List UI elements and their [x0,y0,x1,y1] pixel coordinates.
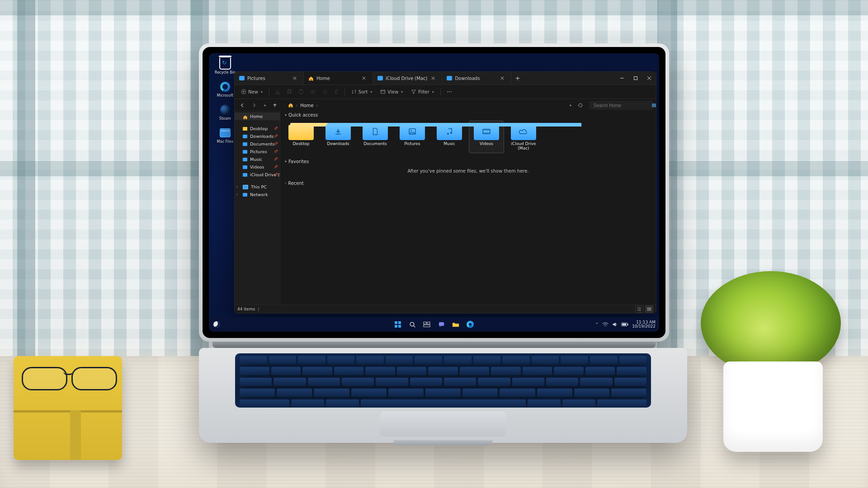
share-button[interactable] [319,87,330,96]
card-desktop[interactable]: Desktop [284,121,318,153]
sidebar-item-home[interactable]: Home [235,113,280,120]
folder-icon [437,123,462,140]
sort-button[interactable]: Sort▾ [348,87,376,96]
breadcrumb[interactable]: › Home › [284,101,562,110]
tab-label: Home [316,76,358,81]
card-downloads[interactable]: Downloads [321,121,355,153]
refresh-button[interactable] [576,100,585,110]
chevron-down-icon: ▾ [285,113,287,117]
section-header-quick-access[interactable]: ▾Quick access [280,111,656,118]
folder-icon [219,127,231,139]
tab-icloud-drive[interactable]: iCloud Drive (Mac) [373,72,442,84]
details-view-button[interactable] [635,305,643,313]
chat-button[interactable] [436,319,446,329]
card-label: Documents [363,142,387,146]
sidebar-item-icloud-drive[interactable]: iCloud Drive (Mac)📌 [235,171,280,178]
svg-point-10 [447,91,448,92]
view-icon [380,89,386,94]
grid-icon [647,307,651,311]
sidebar-item-label: This PC [251,184,267,189]
section-header-recent[interactable]: ›Recent [280,179,656,187]
tab-pictures[interactable]: Pictures [235,72,304,84]
breadcrumb-item[interactable]: Home [300,103,314,108]
folder-icon [377,76,383,80]
svg-rect-19 [647,308,649,309]
tab-home[interactable]: Home [304,72,373,84]
sidebar-item-network[interactable]: ›Network [235,191,280,198]
desktop-icon-recycle-bin[interactable]: Recycle Bin [212,58,238,75]
section-header-favorites[interactable]: ▾Favorites [280,157,656,165]
sidebar-item-label: Documents [250,141,274,146]
svg-rect-7 [300,89,302,90]
copy-button[interactable] [284,87,295,96]
chat-icon [438,321,445,328]
laptop-deck [199,348,687,443]
sidebar-item-this-pc[interactable]: ›This PC [235,183,280,191]
task-view-button[interactable] [422,319,432,329]
rename-button[interactable] [307,87,318,96]
search-field[interactable] [593,103,652,108]
explorer-sidebar: Home Desktop📌 Downloads📌 Documents📌 Pict… [235,111,280,305]
paste-button[interactable] [296,87,307,96]
address-dropdown[interactable]: ▾ [566,100,574,110]
card-music[interactable]: Music [432,121,467,153]
card-documents[interactable]: Documents [358,121,392,153]
minimize-button[interactable] [615,72,629,84]
close-button[interactable] [642,72,656,84]
view-label: View [387,89,398,94]
delete-button[interactable] [331,87,342,96]
home-icon [308,76,314,80]
edge-button[interactable] [465,319,475,329]
new-button[interactable]: New▾ [237,87,266,96]
filter-button[interactable]: Filter▾ [407,87,438,96]
taskbar-weather[interactable] [213,317,220,332]
picture-icon [408,128,416,135]
svg-rect-0 [634,77,637,80]
tab-downloads[interactable]: Downloads [442,72,511,84]
view-button[interactable]: View▾ [377,87,406,96]
maximize-button[interactable] [629,72,642,84]
history-button[interactable]: ▾ [261,100,268,110]
sidebar-item-documents[interactable]: Documents📌 [235,140,280,148]
tab-close-button[interactable] [499,75,505,81]
svg-point-27 [410,322,414,326]
file-explorer-window: Pictures Home [234,71,656,314]
card-videos[interactable]: Videos [469,121,504,153]
sidebar-item-pictures[interactable]: Pictures📌 [235,148,280,155]
new-tab-button[interactable]: ＋ [511,72,524,84]
back-button[interactable] [237,100,247,110]
up-button[interactable] [270,100,280,110]
chevron-right-icon: › [236,192,238,197]
explorer-statusbar: 44 items | [235,305,656,313]
more-button[interactable] [443,87,455,96]
sidebar-item-music[interactable]: Music📌 [235,155,280,163]
windows-icon [394,321,401,328]
forward-button[interactable] [249,100,259,110]
tab-close-button[interactable] [430,75,436,81]
pc-icon [243,185,248,189]
tab-close-button[interactable] [292,75,298,81]
taskbar-clock[interactable]: 11:13 AM 10/19/2022 [632,320,656,328]
wifi-icon[interactable] [602,322,609,327]
window-frame [17,0,35,356]
sidebar-item-downloads[interactable]: Downloads📌 [235,132,280,140]
cut-button[interactable] [272,87,283,96]
chevron-down-icon: ▾ [570,103,571,108]
explorer-button[interactable] [451,319,461,329]
volume-icon[interactable] [612,322,618,327]
icons-view-button[interactable] [645,305,653,313]
explorer-titlebar: Pictures Home [235,72,656,85]
card-pictures[interactable]: Pictures [395,121,429,153]
folder-icon [243,173,247,177]
home-icon [288,103,293,108]
search-input[interactable] [589,101,653,110]
card-icloud-drive[interactable]: iCloud Drive (Mac) [506,121,541,153]
sidebar-item-videos[interactable]: Videos📌 [235,163,280,171]
start-button[interactable] [393,319,403,329]
explorer-main: ▾Quick access Desktop Downloads Document… [280,111,656,305]
battery-icon[interactable] [621,322,628,327]
sidebar-item-desktop[interactable]: Desktop📌 [235,125,280,132]
tab-close-button[interactable] [361,75,367,81]
tray-overflow-button[interactable]: ⌃ [595,322,599,327]
search-button[interactable] [407,319,417,329]
